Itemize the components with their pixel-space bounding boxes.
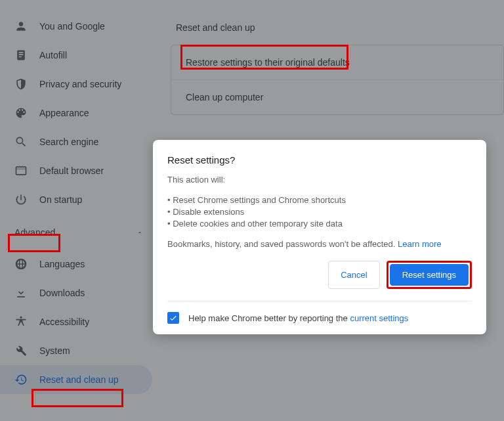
bullet-text: Reset Chrome settings and Chrome shortcu…	[173, 195, 346, 205]
footer-text: Help make Chrome better by reporting the…	[188, 313, 408, 323]
dialog-bullet: • Reset Chrome settings and Chrome short…	[167, 195, 472, 205]
cancel-button[interactable]: Cancel	[328, 261, 379, 289]
learn-more-link[interactable]: Learn more	[398, 239, 441, 249]
reset-settings-button[interactable]: Reset settings	[390, 264, 469, 286]
dialog-bullet: • Disable extensions	[167, 207, 472, 217]
dialog-title: Reset settings?	[167, 154, 472, 166]
reset-settings-dialog: Reset settings? This action will: • Rese…	[153, 140, 486, 334]
current-settings-link[interactable]: current settings	[350, 313, 408, 323]
highlight-reset-button: Reset settings	[387, 261, 472, 289]
dialog-subtitle: This action will:	[167, 175, 472, 185]
bullet-text: Disable extensions	[173, 207, 244, 217]
dialog-bullets: • Reset Chrome settings and Chrome short…	[167, 195, 472, 229]
note-text: Bookmarks, history, and saved passwords …	[167, 239, 398, 249]
dialog-bullet: • Delete cookies and other temporary sit…	[167, 219, 472, 229]
report-checkbox[interactable]	[167, 312, 179, 324]
check-icon	[169, 313, 178, 322]
dialog-footer: Help make Chrome better by reporting the…	[167, 301, 472, 324]
dialog-note: Bookmarks, history, and saved passwords …	[167, 239, 472, 249]
dialog-buttons: Cancel Reset settings	[167, 261, 472, 289]
footer-prefix: Help make Chrome better by reporting the	[188, 313, 350, 323]
bullet-text: Delete cookies and other temporary site …	[173, 219, 343, 229]
